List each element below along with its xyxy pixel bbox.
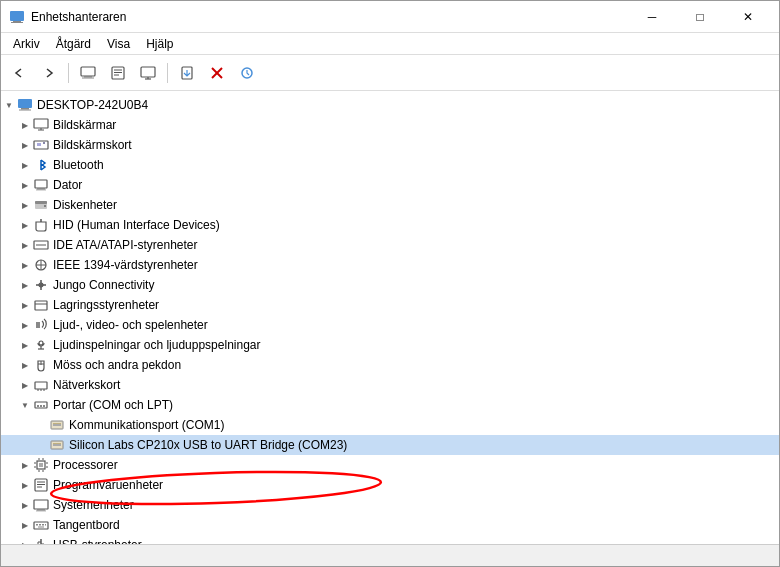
maximize-button[interactable]: □	[677, 1, 723, 33]
tree-item-natverkskort[interactable]: ▶ Nätverkskort	[1, 375, 779, 395]
tree-item-bluetooth[interactable]: ▶ Bluetooth	[1, 155, 779, 175]
tree-item-diskenheter[interactable]: ▶ Diskenheter	[1, 195, 779, 215]
programvaru-toggle[interactable]: ▶	[17, 477, 33, 493]
menu-hjalp[interactable]: Hjälp	[138, 35, 181, 53]
usb-icon	[33, 537, 49, 544]
forward-button[interactable]	[35, 59, 63, 87]
ide-toggle[interactable]: ▶	[17, 237, 33, 253]
natverkskort-label: Nätverkskort	[53, 378, 120, 392]
update-driver-button[interactable]	[173, 59, 201, 87]
svg-rect-0	[10, 11, 24, 21]
root-icon	[17, 97, 33, 113]
bildskarmskort-toggle[interactable]: ▶	[17, 137, 33, 153]
ieee-label: IEEE 1394-värdstyrenheter	[53, 258, 198, 272]
tree-item-ljud[interactable]: ▶ Ljud-, video- och spelenheter	[1, 315, 779, 335]
tree-item-processorer[interactable]: ▶ Processorer	[1, 455, 779, 475]
remove-device-button[interactable]	[203, 59, 231, 87]
ieee-icon	[33, 257, 49, 273]
root-item[interactable]: ▼ DESKTOP-242U0B4	[1, 95, 779, 115]
root-toggle[interactable]: ▼	[1, 97, 17, 113]
lagring-toggle[interactable]: ▶	[17, 297, 33, 313]
svg-rect-39	[35, 301, 47, 310]
tree-item-com1[interactable]: ▶ Kommunikationsport (COM1)	[1, 415, 779, 435]
svg-rect-54	[43, 405, 45, 407]
device-tree-container[interactable]: ▼ DESKTOP-242U0B4 ▶ Bildskärmar	[1, 91, 779, 544]
root-label: DESKTOP-242U0B4	[37, 98, 148, 112]
diskenheter-toggle[interactable]: ▶	[17, 197, 33, 213]
svg-rect-77	[36, 511, 46, 512]
svg-rect-75	[34, 500, 48, 509]
svg-rect-59	[53, 444, 61, 446]
tree-item-moss[interactable]: ▶ Möss och andra pekdon	[1, 355, 779, 375]
menu-visa[interactable]: Visa	[99, 35, 138, 53]
ljudinspelning-toggle[interactable]: ▶	[17, 337, 33, 353]
ieee-toggle[interactable]: ▶	[17, 257, 33, 273]
display-button[interactable]	[134, 59, 162, 87]
tree-item-bildskarmar[interactable]: ▶ Bildskärmar	[1, 115, 779, 135]
menu-atgard[interactable]: Åtgärd	[48, 35, 99, 53]
tree-item-portar[interactable]: ▼ Portar (COM och LPT)	[1, 395, 779, 415]
toolbar-sep-2	[167, 63, 168, 83]
tree-item-ljudinspelning[interactable]: ▶ Ljudinspelningar och ljuduppspelningar	[1, 335, 779, 355]
svg-rect-41	[36, 322, 40, 328]
tree-item-dator[interactable]: ▶ Dator	[1, 175, 779, 195]
menu-arkiv[interactable]: Arkiv	[5, 35, 48, 53]
tree-item-system[interactable]: ▶ Systemenheter	[1, 495, 779, 515]
toolbar	[1, 55, 779, 91]
usb-label: USB-styrenheter	[53, 538, 142, 544]
svg-rect-2	[11, 22, 23, 23]
ljudinspelning-icon	[33, 337, 49, 353]
silabs-label: Silicon Labs CP210x USB to UART Bridge (…	[69, 438, 347, 452]
tree-item-tangentbord[interactable]: ▶ Tangentbord	[1, 515, 779, 535]
svg-rect-18	[21, 108, 29, 110]
tangentbord-label: Tangentbord	[53, 518, 120, 532]
back-button[interactable]	[5, 59, 33, 87]
usb-toggle[interactable]: ▶	[17, 537, 33, 544]
tree-item-lagring[interactable]: ▶ Lagringsstyrenheter	[1, 295, 779, 315]
processorer-icon	[33, 457, 49, 473]
svg-rect-82	[45, 524, 46, 526]
properties-button[interactable]	[104, 59, 132, 87]
tree-item-silabs[interactable]: ▶ Silicon Labs CP210x USB to UART Bridge…	[1, 435, 779, 455]
bildskarmar-toggle[interactable]: ▶	[17, 117, 33, 133]
dator-icon	[33, 177, 49, 193]
tree-item-ide[interactable]: ▶ IDE ATA/ATAPI-styrenheter	[1, 235, 779, 255]
ljud-toggle[interactable]: ▶	[17, 317, 33, 333]
status-bar	[1, 544, 779, 566]
system-toggle[interactable]: ▶	[17, 497, 33, 513]
svg-rect-80	[39, 524, 41, 526]
computer-button[interactable]	[74, 59, 102, 87]
diskenheter-icon	[33, 197, 49, 213]
diskenheter-label: Diskenheter	[53, 198, 117, 212]
system-icon	[33, 497, 49, 513]
tree-item-hid[interactable]: ▶ HID (Human Interface Devices)	[1, 215, 779, 235]
hid-toggle[interactable]: ▶	[17, 217, 33, 233]
processorer-toggle[interactable]: ▶	[17, 457, 33, 473]
bluetooth-label: Bluetooth	[53, 158, 104, 172]
close-button[interactable]: ✕	[725, 1, 771, 33]
moss-toggle[interactable]: ▶	[17, 357, 33, 373]
svg-point-42	[39, 341, 43, 345]
window-icon	[9, 9, 25, 25]
tree-item-programvaru[interactable]: ▶ Programvaruenheter	[1, 475, 779, 495]
bildskarmskort-icon	[33, 137, 49, 153]
jungo-toggle[interactable]: ▶	[17, 277, 33, 293]
svg-rect-60	[53, 443, 61, 444]
portar-toggle[interactable]: ▼	[17, 397, 33, 413]
device-tree: ▼ DESKTOP-242U0B4 ▶ Bildskärmar	[1, 91, 779, 544]
scan-button[interactable]	[233, 59, 261, 87]
svg-rect-27	[37, 188, 45, 190]
svg-point-31	[44, 205, 46, 207]
com1-icon	[49, 417, 65, 433]
dator-toggle[interactable]: ▶	[17, 177, 33, 193]
minimize-button[interactable]: ─	[629, 1, 675, 33]
tree-item-bildskarmskort[interactable]: ▶ Bildskärmskort	[1, 135, 779, 155]
bluetooth-toggle[interactable]: ▶	[17, 157, 33, 173]
tangentbord-toggle[interactable]: ▶	[17, 517, 33, 533]
natverkskort-toggle[interactable]: ▶	[17, 377, 33, 393]
tree-item-usb[interactable]: ▶ USB-styrenheter	[1, 535, 779, 544]
svg-rect-5	[82, 77, 94, 78]
ljudinspelning-label: Ljudinspelningar och ljuduppspelningar	[53, 338, 261, 352]
tree-item-jungo[interactable]: ▶ Jungo Connectivity	[1, 275, 779, 295]
tree-item-ieee[interactable]: ▶ IEEE 1394-värdstyrenheter	[1, 255, 779, 275]
